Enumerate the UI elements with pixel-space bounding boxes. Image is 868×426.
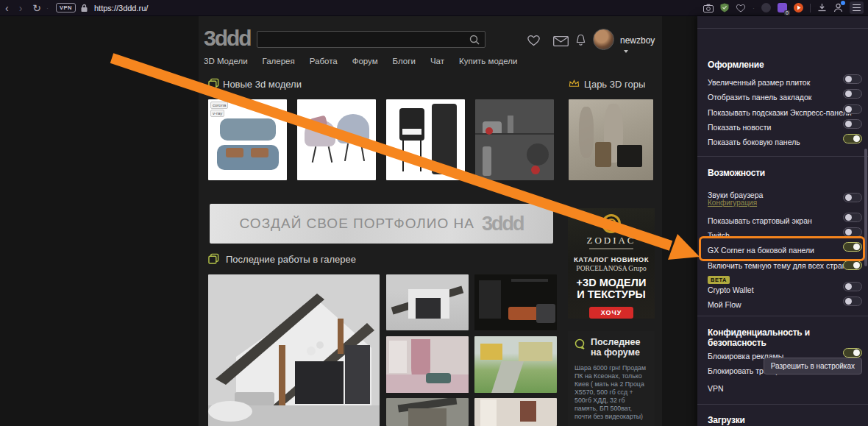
chevron-down-icon [624, 50, 628, 53]
setting-label: Включить темную тему для всех страниц [708, 261, 855, 270]
panel-divider [697, 316, 868, 316]
easy-setup-menu-icon[interactable] [850, 1, 864, 15]
notifications-bell-icon[interactable] [575, 34, 586, 46]
toggle-twitch[interactable] [843, 227, 862, 237]
easy-setup-panel: Оформление Увеличенный размер плиток Ото… [697, 16, 868, 426]
zodiac-catalog-line: КАТАЛОГ НОВИНОК [568, 255, 655, 263]
gallery-item-dark-interior[interactable] [474, 274, 557, 330]
tsar-contest-image[interactable] [569, 99, 653, 180]
extension-icon[interactable] [761, 3, 771, 13]
profile-button[interactable] [833, 3, 843, 13]
toggle-sidebar[interactable] [843, 134, 862, 143]
extension-paw-icon[interactable]: 0 [778, 3, 787, 13]
setting-label: Twitch [708, 231, 730, 240]
back-button[interactable]: ‹ [0, 0, 14, 16]
webpage-3ddd: 3ddd newzboy 3D Модели Галерея Работа Фо… [0, 16, 697, 426]
nav-item-work[interactable]: Работа [310, 57, 338, 65]
section-title-new-models: Новые 3d модели [223, 79, 302, 90]
forward-button[interactable]: › [14, 0, 28, 16]
toggle-show-news[interactable] [843, 119, 862, 129]
vpn-allow-button[interactable]: Разрешить в настройках [764, 358, 862, 374]
reload-button[interactable]: ↻ [27, 0, 46, 16]
panel-scrollbar[interactable] [864, 149, 867, 266]
toggle-my-flow[interactable] [843, 297, 862, 306]
zodiac-porcelanosa-line: PORCELANOSA Grupo [568, 265, 655, 272]
gallery-item-courtyard[interactable] [474, 336, 557, 393]
model-card-barstools[interactable] [386, 99, 465, 180]
site-nav: 3D Модели Галерея Работа Форум Блоги Чат… [204, 57, 517, 65]
renderer-badge: v-ray [210, 110, 224, 117]
site-search [257, 31, 485, 48]
search-input[interactable] [257, 35, 469, 45]
favorites-heart-icon[interactable] [527, 34, 541, 46]
toggle-ad-blocking[interactable] [843, 348, 862, 358]
section-title-tsar: Царь 3D горы [584, 79, 645, 90]
toggle-bookmarks-bar[interactable] [843, 89, 862, 99]
toggle-start-screen[interactable] [843, 213, 862, 222]
messages-mail-icon[interactable] [553, 36, 569, 46]
nav-item-chat[interactable]: Чат [430, 57, 444, 65]
zodiac-subline [589, 248, 633, 249]
gallery-item-house-exterior[interactable] [386, 398, 469, 426]
renderer-badge: corona [210, 102, 228, 109]
forum-post-link[interactable]: Шара 6000 грн! Продам ПК на Ксеонах, тол… [574, 364, 648, 421]
downloads-icon[interactable] [817, 3, 827, 13]
nav-item-models[interactable]: 3D Модели [204, 57, 248, 65]
setting-label: Увеличенный размер плиток [708, 78, 810, 87]
toggle-speeddial-suggestions[interactable] [843, 104, 862, 114]
user-avatar[interactable] [593, 29, 614, 50]
zodiac-ad[interactable]: ZODIAC КАТАЛОГ НОВИНОК PORCELANOSA Grupo… [568, 208, 655, 319]
gallery-icon [208, 253, 219, 264]
gallery-item-house-winter[interactable] [386, 274, 469, 330]
extension-play-icon[interactable] [794, 3, 803, 13]
toggle-increased-tiles[interactable] [843, 74, 862, 84]
sounds-config-link[interactable]: Конфигурация [708, 199, 757, 207]
panel-section-features: Возможности [708, 168, 765, 178]
setting-label: Показать новости [708, 123, 771, 132]
nav-item-blogs[interactable]: Блоги [393, 57, 416, 65]
toolbar-divider [810, 4, 811, 13]
zodiac-brand: ZODIAC [568, 235, 655, 246]
profile-notification-dot [841, 1, 845, 5]
browser-toolbar: ‹ › ↻ · VPN https://3ddd.ru/ · 0 [0, 0, 868, 16]
nav-item-gallery[interactable]: Галерея [263, 57, 295, 65]
adblock-shield-icon[interactable] [720, 3, 729, 13]
model-card-decor-set[interactable] [475, 99, 554, 180]
panel-divider [697, 28, 868, 29]
gallery-item-light-interior[interactable] [474, 398, 557, 426]
toggle-browser-sounds[interactable] [843, 193, 862, 202]
snapshot-camera-icon[interactable] [703, 4, 714, 13]
username[interactable]: newzboy [620, 35, 662, 56]
panel-section-downloads: Загрузки [708, 415, 745, 425]
zodiac-logo-icon [602, 214, 621, 233]
gallery-item-pink-bedroom[interactable] [386, 336, 469, 393]
nav-item-forum[interactable]: Форум [352, 57, 378, 65]
search-icon[interactable] [469, 34, 480, 46]
toggle-dark-theme-all-pages[interactable] [843, 260, 862, 270]
forum-title: Последнее на форуме [591, 337, 648, 358]
model-card-sofa[interactable]: corona v-ray [208, 99, 287, 180]
zodiac-cta-button[interactable]: ХОЧУ [589, 307, 634, 319]
site-logo[interactable]: 3ddd [204, 26, 251, 51]
panel-divider [697, 404, 868, 405]
crown-icon [569, 78, 580, 89]
lock-icon[interactable] [80, 4, 88, 13]
portfolio-banner[interactable]: СОЗДАЙ СВОЕ ПОРТФОЛИО НА 3ddd [210, 204, 553, 244]
forum-chat-icon [574, 338, 586, 350]
toolbar-separator: · [753, 4, 755, 12]
zodiac-models-line: +3D МОДЕЛИ И ТЕКСТУРЫ [568, 277, 655, 300]
panel-divider [697, 156, 868, 157]
gallery-item-house-large[interactable] [208, 274, 380, 426]
favorites-heart-icon[interactable] [736, 4, 746, 13]
setting-label: Показать боковую панель [708, 138, 800, 146]
setting-label: Мой Flow [708, 300, 741, 309]
url-text[interactable]: https://3ddd.ru/ [94, 4, 148, 13]
setting-label: Отобразить панель закладок [708, 93, 811, 102]
model-card-armchairs[interactable] [297, 99, 376, 180]
toggle-crypto-wallet[interactable] [843, 282, 862, 291]
extension-badge: 0 [784, 10, 790, 15]
vpn-badge[interactable]: VPN [56, 3, 76, 13]
panel-section-privacy: Конфиденциальность и безопасность [708, 327, 868, 348]
toolbar-separator: · [46, 4, 49, 12]
nav-item-buy[interactable]: Купить модели [459, 57, 517, 65]
